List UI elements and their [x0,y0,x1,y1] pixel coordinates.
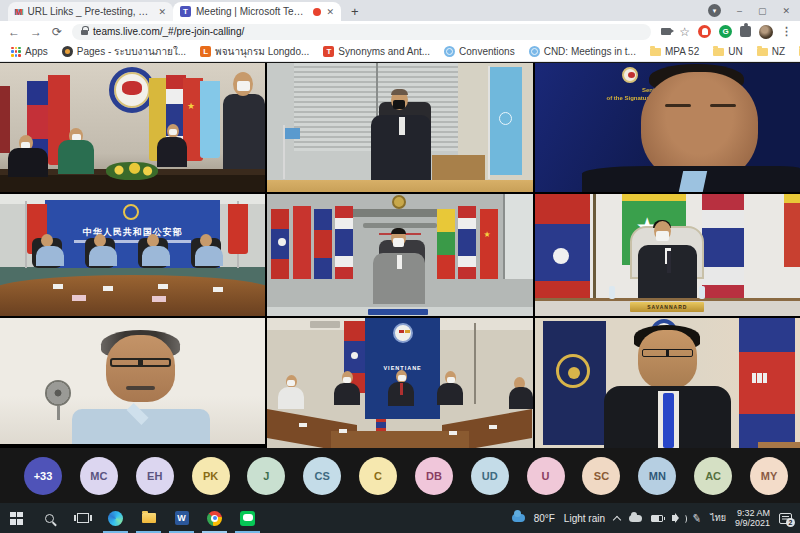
face-mask [237,81,250,91]
video-grid: ★ [0,63,800,448]
video-tile-lao-office[interactable]: ★ [267,194,532,316]
action-center-icon[interactable]: 2 [779,513,792,524]
forward-button[interactable]: → [30,25,42,39]
conference-table [0,275,265,316]
avatar-u[interactable]: U [527,457,565,495]
start-button[interactable] [0,503,33,533]
tab-title: Meeting | Microsoft Teams [196,6,308,17]
taskbar-line-app[interactable] [231,503,264,533]
language-indicator[interactable]: ไทย [710,511,726,525]
back-button[interactable]: ← [8,25,20,39]
weather-temp[interactable]: 80°F [534,513,555,524]
maximize-button[interactable]: ▢ [758,6,767,16]
video-tile-vientiane-room[interactable]: VIENTIANE [267,318,532,448]
avatar-eh[interactable]: EH [136,457,174,495]
bookmark-folder-mpa52[interactable]: MPA 52 [645,46,704,57]
bookmark-folder-un[interactable]: UN [708,46,747,57]
bookmark-thesaurus[interactable]: TSynonyms and Ant... [318,46,435,57]
video-tile-china-mps[interactable]: 中华人民共和国公安部 [0,194,265,316]
taskbar-chrome[interactable] [198,503,231,533]
pen-icon[interactable]: ✎ [691,511,702,525]
bookmark-star-icon[interactable]: ☆ [679,25,690,39]
avatar-mc[interactable]: MC [80,457,118,495]
reload-button[interactable]: ⟳ [52,25,62,39]
emblem-flags [399,330,404,333]
avatar-ac[interactable]: AC [694,457,732,495]
camera-in-use-icon[interactable] [661,28,671,35]
browser-profile-caret-icon[interactable]: ▾ [708,4,721,17]
avatar-overflow-count[interactable]: +33 [24,457,62,495]
avatar-sc[interactable]: SC [582,457,620,495]
taskbar-clock[interactable]: 9:32 AM 9/9/2021 [735,508,770,528]
officer-uniform [36,246,64,266]
onedrive-icon[interactable] [629,515,642,522]
bookmark-conventions[interactable]: Conventions [439,46,520,57]
person-face [638,330,698,390]
officer-uniform [142,246,170,266]
water-bottle [609,286,615,299]
taskbar-explorer[interactable] [132,503,165,533]
video-tile-mou-closeup[interactable]: Senior Officials ... of the Signature to… [535,63,800,192]
avatar-db[interactable]: DB [415,457,453,495]
black-face-mask [393,100,405,109]
weather-icon[interactable] [512,514,525,522]
tab-title: URL Links _ Pre-testing, dry-run a [28,6,154,17]
address-bar[interactable]: teams.live.com/_#/pre-join-calling/ [72,24,651,40]
bookmark-folder-nz[interactable]: NZ [752,46,790,57]
avatar-pk[interactable]: PK [192,457,230,495]
bookmark-label: Synonyms and Ant... [338,46,430,57]
officer-uniform [89,246,117,266]
recorder-extension-icon[interactable] [698,25,711,38]
bookmark-apps[interactable]: Apps [6,46,53,57]
minimize-button[interactable]: – [737,6,742,16]
tab-close-icon[interactable]: ✕ [326,7,334,17]
new-tab-button[interactable]: + [351,2,359,21]
emblem-map [122,81,142,95]
avatar-cs[interactable]: CS [303,457,341,495]
bookmark-label: Apps [25,46,48,57]
bookmark-cnd-meetings[interactable]: CND: Meetings in t... [524,46,641,57]
avatar-j[interactable]: J [247,457,285,495]
video-tile-cambodia-official[interactable] [535,318,800,448]
seated-person-suit [157,137,187,168]
extensions-puzzle-icon[interactable] [740,26,751,37]
avatar-ud[interactable]: UD [471,457,509,495]
avatar-c[interactable]: C [359,457,397,495]
grammarly-extension-icon[interactable]: G [719,25,732,38]
tab-teams-meeting[interactable]: T Meeting | Microsoft Teams ✕ [173,2,341,21]
door-frame [474,323,476,404]
weather-condition[interactable]: Light rain [564,513,605,524]
avatar-my[interactable]: MY [750,457,788,495]
flag-cambodia [314,209,332,280]
close-button[interactable]: ✕ [782,6,790,16]
bookmark-pages[interactable]: Pages - ระบบงานภายใ... [57,44,191,59]
tab-close-icon[interactable]: ✕ [158,7,166,17]
flag-un [200,81,220,158]
person-hair [391,228,406,234]
taskbar-edge[interactable] [99,503,132,533]
battery-icon[interactable] [651,515,663,522]
avatar-mn[interactable]: MN [638,457,676,495]
taskbar-word[interactable]: W [165,503,198,533]
video-tile-glasses-man[interactable] [0,318,265,448]
tray-chevron-icon[interactable] [613,515,621,523]
windows-logo-icon [10,512,23,525]
bookmark-longdo[interactable]: Lพจนานุกรม Longdo... [195,44,314,59]
word-icon: W [175,511,189,525]
task-view-button[interactable] [66,503,99,533]
menu-dots-icon[interactable]: ⋮ [781,25,792,38]
bookmark-label: MPA 52 [665,46,699,57]
flag-cambodia-large [739,318,795,448]
bookmark-folder-oncb[interactable]: ONCB [794,46,800,57]
profile-avatar[interactable] [759,25,773,39]
flower-bouquet [106,162,158,180]
flag-red-sliver [784,194,800,267]
video-tile-unodc-office[interactable] [267,63,532,192]
video-tile-cambodia-nacd[interactable]: ★ [0,63,265,192]
speaker-icon[interactable] [672,515,677,521]
bookmark-label: พจนานุกรม Longdo... [215,44,309,59]
tab-url-links[interactable]: M URL Links _ Pre-testing, dry-run a ✕ [8,2,173,21]
video-tile-lao-official[interactable]: ★ SAVANNARD [535,194,800,316]
folder-icon [650,48,661,56]
taskbar-search-button[interactable] [33,503,66,533]
